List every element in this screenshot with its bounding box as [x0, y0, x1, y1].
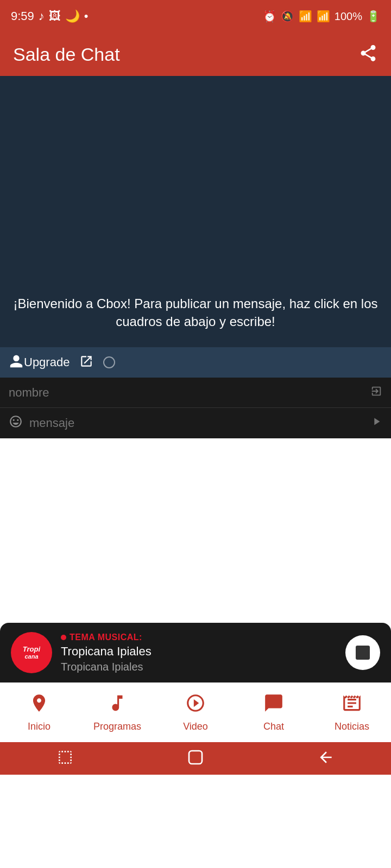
now-playing-info: TEMA MUSICAL: Tropicana Ipiales Tropican… — [61, 633, 337, 673]
dot-indicator: • — [84, 9, 89, 23]
user-icon[interactable] — [9, 354, 24, 371]
signal-icon: 📶 — [317, 10, 330, 23]
nav-label-inicio: Inicio — [28, 721, 51, 732]
back-button[interactable] — [317, 749, 335, 768]
app-bar: Sala de Chat — [0, 33, 391, 76]
now-playing-bar[interactable]: Tropi cana TEMA MUSICAL: Tropicana Ipial… — [0, 623, 391, 682]
battery-display: 100% — [335, 10, 362, 23]
play-icon — [185, 693, 206, 718]
badge-label: TEMA MUSICAL: — [70, 633, 142, 642]
moon-icon: 🌙 — [65, 9, 80, 23]
page-title: Sala de Chat — [13, 44, 120, 65]
news-icon — [342, 693, 362, 718]
nav-label-chat: Chat — [263, 721, 284, 732]
name-placeholder[interactable]: nombre — [9, 386, 370, 400]
external-link-icon[interactable] — [79, 354, 93, 371]
time-display: 9:59 — [11, 9, 34, 23]
chat-icon — [263, 693, 284, 718]
recents-button[interactable] — [56, 749, 74, 768]
nav-label-noticias: Noticias — [335, 721, 369, 732]
status-bar-left: 9:59 ♪ 🖼 🌙 • — [11, 9, 89, 23]
chat-area: ¡Bienvenido a Cbox! Para publicar un men… — [0, 76, 391, 347]
song-artist: Tropicana Ipiales — [61, 661, 337, 673]
stop-icon — [356, 646, 370, 660]
alarm-icon: ⏰ — [263, 10, 276, 23]
chat-inputs: nombre mensaje — [0, 378, 391, 438]
stop-button[interactable] — [345, 635, 380, 670]
photo-icon: 🖼 — [49, 9, 61, 23]
name-arrow-icon — [370, 385, 382, 400]
settings-circle[interactable] — [103, 356, 115, 368]
nav-label-video: Video — [183, 721, 208, 732]
chat-container: ¡Bienvenido a Cbox! Para publicar un men… — [0, 76, 391, 438]
chat-toolbar-right: Upgrade — [24, 354, 115, 371]
system-nav-bar — [0, 742, 391, 775]
message-send-icon[interactable] — [370, 416, 382, 431]
nav-item-programas[interactable]: Programas — [78, 693, 156, 732]
nav-item-video[interactable]: Video — [156, 693, 235, 732]
bottom-nav: Inicio Programas Video Chat — [0, 682, 391, 742]
song-title: Tropicana Ipiales — [61, 644, 337, 659]
nav-label-programas: Programas — [93, 721, 141, 732]
emoji-icon[interactable] — [9, 414, 23, 432]
wifi-icon: 📶 — [299, 10, 312, 23]
home-button[interactable] — [187, 749, 204, 768]
message-placeholder[interactable]: mensaje — [29, 416, 370, 430]
music-file-icon — [107, 693, 128, 718]
svg-rect-0 — [189, 751, 202, 764]
upgrade-button[interactable]: Upgrade — [24, 355, 70, 369]
nav-item-chat[interactable]: Chat — [235, 693, 313, 732]
status-bar: 9:59 ♪ 🖼 🌙 • ⏰ 🔕 📶 📶 100% 🔋 — [0, 0, 391, 33]
chat-toolbar: Upgrade — [0, 347, 391, 378]
battery-icon: 🔋 — [367, 10, 380, 23]
badge-dot — [61, 635, 66, 640]
share-button[interactable] — [358, 43, 378, 65]
content-area — [0, 438, 391, 623]
name-input-row[interactable]: nombre — [0, 378, 391, 408]
music-icon: ♪ — [39, 9, 45, 23]
mute-icon: 🔕 — [281, 10, 294, 23]
compass-icon — [29, 693, 49, 718]
message-input-row[interactable]: mensaje — [0, 408, 391, 438]
nav-item-inicio[interactable]: Inicio — [0, 693, 78, 732]
nav-item-noticias[interactable]: Noticias — [313, 693, 391, 732]
station-logo: Tropi cana — [11, 632, 52, 673]
tema-musical-badge: TEMA MUSICAL: — [61, 633, 337, 642]
welcome-message: ¡Bienvenido a Cbox! Para publicar un men… — [13, 295, 378, 331]
status-bar-right: ⏰ 🔕 📶 📶 100% 🔋 — [263, 10, 380, 23]
